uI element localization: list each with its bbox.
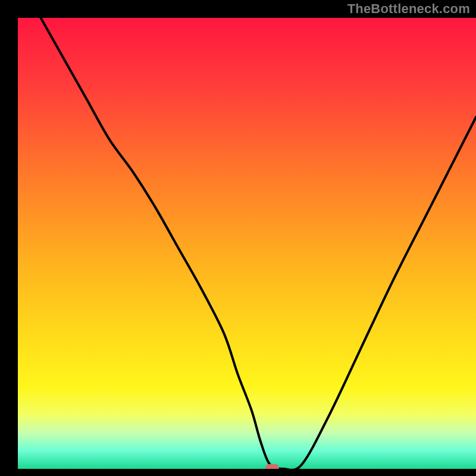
gradient-background [18, 18, 476, 469]
chart-stage: TheBottleneck.com [0, 0, 476, 476]
minimum-marker [265, 465, 278, 472]
bottleneck-plot [0, 0, 476, 476]
watermark-text: TheBottleneck.com [347, 1, 470, 17]
